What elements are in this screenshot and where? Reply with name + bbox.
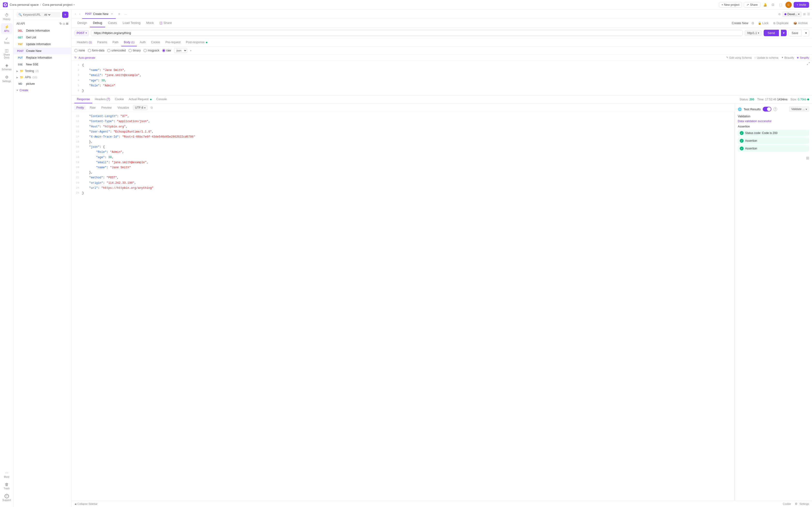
resp-tab-actual-request[interactable]: Actual Request bbox=[126, 96, 154, 103]
format-pretty[interactable]: Pretty bbox=[74, 105, 86, 110]
save-dropdown-button[interactable]: ▾ bbox=[803, 30, 809, 37]
resp-tab-console[interactable]: Console bbox=[154, 96, 169, 103]
tab-design[interactable]: Design bbox=[74, 19, 90, 27]
radio-form-data[interactable]: form-data bbox=[88, 49, 104, 52]
tab-load-testing[interactable]: Load Testing bbox=[120, 19, 144, 27]
json-format-select[interactable]: json xml text bbox=[174, 48, 187, 53]
method-selector[interactable]: POST ▾ bbox=[74, 30, 89, 36]
url-bar[interactable] bbox=[91, 30, 743, 36]
sidebar-item-share-docs[interactable]: ◫ Share Docs bbox=[1, 47, 12, 61]
req-tab-path[interactable]: Path bbox=[110, 39, 121, 46]
req-tab-auth[interactable]: Auth bbox=[137, 39, 148, 46]
tab-debug[interactable]: Debug bbox=[90, 19, 105, 27]
req-tab-pre-request[interactable]: Pre-request bbox=[163, 39, 183, 46]
sidebar-item-schemas[interactable]: ◈ Schemas bbox=[1, 62, 12, 72]
encoding-select[interactable]: UTF-8 ▾ bbox=[133, 105, 148, 110]
sidebar-item-settings[interactable]: ⚙ Settings bbox=[1, 73, 12, 84]
request-body-editor[interactable]: 1 { 2 "name": "Jane Smith", 3 "email": "… bbox=[71, 61, 812, 95]
tab-next[interactable]: › bbox=[78, 10, 82, 19]
validate-button[interactable]: Validate ... ▾ bbox=[789, 107, 809, 112]
create-item[interactable]: + Create bbox=[13, 87, 71, 94]
all-select[interactable]: All bbox=[43, 13, 51, 16]
http-version-select[interactable]: http/1.1 ▾ bbox=[745, 30, 762, 36]
tab-add[interactable]: + bbox=[116, 10, 122, 19]
assertion-item-3[interactable]: ✓ Assertion bbox=[738, 145, 809, 152]
req-tab-headers[interactable]: Headers (1) bbox=[74, 39, 94, 46]
config-icon[interactable]: ⚙ bbox=[751, 21, 755, 25]
display-icon[interactable]: ⬚ bbox=[778, 2, 783, 8]
archive-button[interactable]: 📦 Archive bbox=[792, 21, 809, 25]
api-item-get[interactable]: GET Get List bbox=[13, 34, 71, 41]
folder-apis[interactable]: ▶ 📁 APIs (10) bbox=[13, 74, 71, 80]
space-label[interactable]: Cora personal space bbox=[10, 3, 39, 6]
bottom-settings-label[interactable]: Settings bbox=[800, 502, 809, 505]
api-item-post[interactable]: POST Create New bbox=[13, 48, 71, 54]
sidebar-item-apis[interactable]: ⚡ APIs bbox=[1, 23, 12, 34]
grid-icon[interactable]: ⊞ bbox=[806, 156, 809, 160]
lock-button[interactable]: 🔒 Lock bbox=[756, 21, 770, 25]
cookie-button[interactable]: Cookie bbox=[783, 502, 791, 505]
format-visualize[interactable]: Visualize bbox=[115, 105, 131, 110]
sidebar-item-tests[interactable]: ✓ Tests bbox=[1, 35, 12, 46]
project-label[interactable]: Cora personal project ▾ bbox=[43, 3, 75, 6]
send-dropdown-button[interactable]: ▾ bbox=[781, 30, 786, 36]
tab-mock[interactable]: Mock bbox=[143, 19, 157, 27]
resp-tab-cookie[interactable]: Cookie bbox=[112, 96, 126, 103]
req-tab-cookie[interactable]: Cookie bbox=[149, 39, 162, 46]
bell-icon[interactable]: ⊡ bbox=[770, 2, 776, 8]
tab-prev[interactable]: ‹ bbox=[73, 10, 77, 19]
sidebar-item-more[interactable]: ··· More bbox=[1, 469, 12, 480]
menu-icon[interactable]: ☰ bbox=[807, 12, 810, 16]
assertion-item-2[interactable]: ✓ Assertion bbox=[738, 137, 809, 144]
format-raw[interactable]: Raw bbox=[88, 105, 97, 110]
req-tab-params[interactable]: Params bbox=[95, 39, 109, 46]
tab-more-button[interactable]: ··· bbox=[123, 12, 128, 16]
api-item-delete[interactable]: DEL Delete Information bbox=[13, 27, 71, 34]
tab-cases[interactable]: Cases bbox=[105, 19, 120, 27]
save-button[interactable]: Save bbox=[789, 30, 801, 37]
radio-raw[interactable]: raw bbox=[162, 49, 171, 52]
test-results-toggle[interactable] bbox=[763, 107, 771, 112]
collapse-label[interactable]: Collapse Sidebar bbox=[77, 502, 98, 505]
api-item-patch[interactable]: PAT Update Information bbox=[13, 41, 71, 48]
sidebar-item-trash[interactable]: 🗑 Trash bbox=[1, 481, 12, 492]
req-tab-post-response[interactable]: Post-response bbox=[184, 39, 210, 46]
tab-post-create[interactable]: POST Create New ✕ bbox=[82, 10, 116, 19]
tab-close-icon[interactable]: ✕ bbox=[111, 12, 113, 15]
sidebar-item-support[interactable]: ? Support bbox=[1, 493, 12, 503]
env-select[interactable]: Devel... ▾ bbox=[782, 12, 802, 17]
resp-tab-response[interactable]: Response bbox=[74, 96, 92, 103]
layout-icon[interactable]: ⊞ bbox=[803, 12, 806, 16]
notification-icon[interactable]: 🔔 bbox=[762, 2, 768, 8]
invite-button[interactable]: + Invite bbox=[794, 2, 809, 8]
share-top-button[interactable]: ↗ Share bbox=[744, 2, 760, 8]
help-icon[interactable]: ? bbox=[773, 107, 777, 111]
search-input[interactable] bbox=[23, 13, 42, 16]
radio-binary[interactable]: binary bbox=[129, 49, 141, 52]
update-schema-button[interactable]: ↑ Update to schema bbox=[755, 56, 778, 59]
radio-none[interactable]: none bbox=[74, 49, 85, 52]
assertion-item-1[interactable]: ✓ Status code: Code is 200 bbox=[738, 130, 809, 136]
send-button[interactable]: Send bbox=[764, 30, 779, 36]
url-input[interactable] bbox=[94, 31, 740, 35]
req-tab-body[interactable]: Body (1) bbox=[121, 39, 137, 46]
simplify-button[interactable]: ◈ Simplify bbox=[797, 56, 809, 59]
expand-icon[interactable] bbox=[807, 62, 810, 66]
folder-testing[interactable]: ▶ 📁 Testing (2) bbox=[13, 68, 71, 74]
sort-icon[interactable]: ⊞ bbox=[66, 22, 68, 25]
beautify-button[interactable]: ✦ Beautify bbox=[781, 56, 794, 59]
tab-share[interactable]: ◫Share bbox=[157, 19, 175, 27]
resp-tab-headers[interactable]: Headers (7) bbox=[92, 96, 112, 103]
refresh-icon[interactable]: ↻ bbox=[59, 22, 62, 25]
autogen-button[interactable]: Auto-generate bbox=[79, 56, 95, 59]
radio-urlencoded[interactable]: urlencoded bbox=[107, 49, 126, 52]
sidebar-item-history[interactable]: ⏱ History bbox=[1, 12, 12, 22]
api-item-sse[interactable]: SSE New SSE bbox=[13, 61, 71, 68]
new-project-button[interactable]: + New project bbox=[719, 2, 742, 8]
add-api-button[interactable]: + bbox=[62, 12, 68, 18]
avatar[interactable]: C bbox=[785, 2, 792, 8]
duplicate-button[interactable]: ⧉ Duplicate bbox=[772, 21, 790, 25]
api-item-md[interactable]: MD picture bbox=[13, 80, 71, 87]
filter-icon[interactable]: ◇ bbox=[63, 22, 65, 25]
api-item-put[interactable]: PUT Replace Information bbox=[13, 54, 71, 61]
